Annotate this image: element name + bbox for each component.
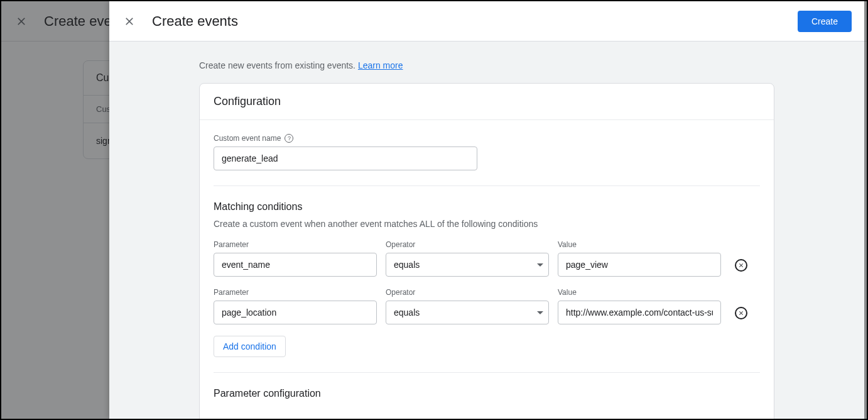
remove-condition-icon[interactable] — [735, 259, 747, 272]
add-condition-button[interactable]: Add condition — [214, 336, 286, 357]
value-label: Value — [558, 288, 721, 297]
chevron-down-icon — [537, 311, 543, 314]
parameter-input[interactable] — [214, 301, 377, 324]
condition-row: Parameter Operator equals Value — [214, 288, 760, 324]
value-label: Value — [558, 240, 721, 249]
modal-title: Create events — [152, 13, 798, 30]
create-button[interactable]: Create — [798, 11, 852, 32]
intro-text: Create new events from existing events. — [199, 60, 358, 70]
event-name-input[interactable] — [214, 146, 477, 170]
configuration-header: Configuration — [200, 84, 774, 120]
operator-label: Operator — [386, 240, 549, 249]
operator-label: Operator — [386, 288, 549, 297]
parameter-label: Parameter — [214, 288, 377, 297]
value-input[interactable] — [558, 301, 721, 324]
parameter-input[interactable] — [214, 253, 377, 277]
parameter-label: Parameter — [214, 240, 377, 249]
help-icon[interactable]: ? — [285, 134, 293, 143]
remove-condition-icon[interactable] — [735, 307, 747, 319]
close-icon[interactable] — [122, 14, 137, 29]
matching-conditions-desc: Create a custom event when another event… — [214, 219, 760, 229]
parameter-config-title: Parameter configuration — [214, 388, 760, 399]
configuration-inner: Custom event name ? Matching conditions … — [200, 120, 774, 419]
intro-row: Create new events from existing events. … — [199, 60, 774, 70]
chevron-down-icon — [537, 263, 543, 267]
operator-select[interactable]: equals — [386, 301, 549, 324]
divider — [214, 185, 760, 186]
matching-conditions-title: Matching conditions — [214, 201, 760, 213]
learn-more-link[interactable]: Learn more — [358, 60, 403, 70]
event-name-label: Custom event name ? — [214, 134, 760, 143]
create-events-modal: Create events Create Create new events f… — [109, 1, 864, 419]
modal-body[interactable]: Create new events from existing events. … — [109, 41, 864, 419]
condition-row: Parameter Operator equals Value — [214, 240, 760, 277]
operator-select[interactable]: equals — [386, 253, 549, 277]
configuration-card: Configuration Custom event name ? Matchi… — [199, 83, 774, 419]
modal-header: Create events Create — [109, 1, 864, 41]
divider — [214, 372, 760, 373]
value-input[interactable] — [558, 253, 721, 277]
